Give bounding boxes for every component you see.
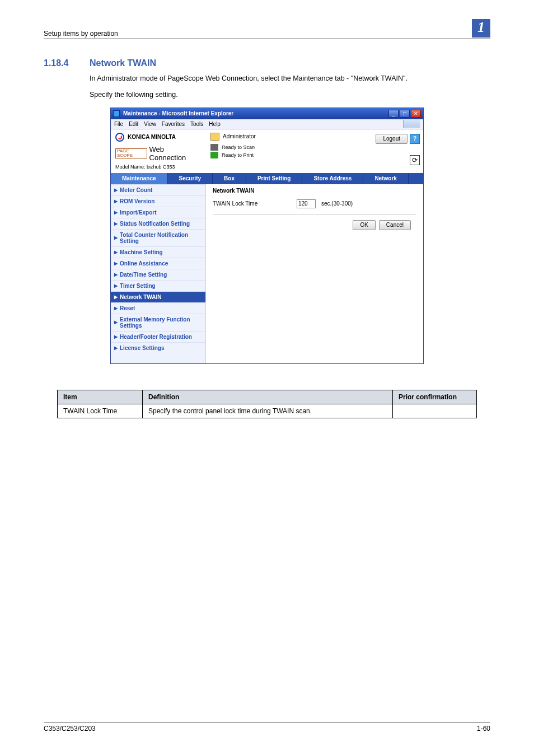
chevron-right-icon: ▶ (114, 188, 118, 193)
chevron-right-icon: ▶ (114, 221, 118, 226)
app-header-actions: Logout ? ⟳ (367, 129, 423, 173)
chevron-right-icon: ▶ (114, 235, 118, 240)
content-divider (213, 214, 416, 214)
tab-maintenance[interactable]: Maintenance (111, 173, 168, 184)
chevron-right-icon: ▶ (114, 334, 118, 339)
chevron-right-icon: ▶ (114, 250, 118, 255)
col-header-item: Item (58, 390, 143, 404)
sidebar-item-online-assistance[interactable]: ▶Online Assistance (111, 258, 205, 269)
page-footer: C353/C253/C203 1-60 (44, 722, 490, 732)
body-paragraph-2: Specify the following setting. (90, 90, 490, 100)
definition-table: Item Definition Prior confirmation TWAIN… (57, 390, 477, 418)
section-number: 1.18.4 (44, 58, 75, 68)
chevron-right-icon: ▶ (114, 199, 118, 204)
browser-menu-bar: File Edit View Favorites Tools Help (111, 119, 423, 129)
sidebar-item-label: Total Counter Notification Setting (120, 232, 201, 244)
sidebar-item-date-time-setting[interactable]: ▶Date/Time Setting (111, 269, 205, 280)
sidebar-item-label: External Memory Function Settings (120, 316, 201, 329)
sidebar-item-label: Status Notification Setting (120, 221, 190, 227)
twain-lock-time-label: TWAIN Lock Time (213, 200, 291, 207)
running-header: Setup items by operation 1 (44, 19, 490, 39)
maximize-button[interactable]: □ (400, 110, 410, 118)
content-panel: Network TWAIN TWAIN Lock Time sec.(30-30… (206, 184, 423, 363)
menu-favorites[interactable]: Favorites (162, 121, 185, 127)
model-name: Model Name: bizhub C353 (115, 164, 202, 170)
sidebar-item-label: Import/Export (120, 209, 157, 216)
window-title: Maintenance - Microsoft Internet Explore… (123, 110, 388, 116)
chevron-right-icon: ▶ (114, 272, 118, 277)
app-body: ▶Meter Count ▶ROM Version ▶Import/Export… (111, 184, 423, 363)
twain-lock-time-suffix: sec.(30-300) (321, 200, 353, 207)
sidebar-item-rom-version[interactable]: ▶ROM Version (111, 195, 205, 207)
brand-logo-icon (115, 133, 124, 142)
tab-security[interactable]: Security (168, 173, 213, 184)
sidebar-item-meter-count[interactable]: ▶Meter Count (111, 184, 205, 195)
menu-view[interactable]: View (144, 121, 156, 127)
chevron-right-icon: ▶ (114, 306, 118, 311)
cell-definition: Specify the control panel lock time duri… (143, 404, 393, 418)
refresh-button[interactable]: ⟳ (410, 155, 420, 165)
sidebar-item-label: Network TWAIN (120, 294, 161, 300)
tab-store-address[interactable]: Store Address (302, 173, 363, 184)
cancel-button[interactable]: Cancel (379, 220, 411, 230)
chevron-right-icon: ▶ (114, 283, 118, 288)
menu-edit[interactable]: Edit (129, 121, 138, 127)
help-button[interactable]: ? (410, 134, 420, 144)
brand-row: KONICA MINOLTA (115, 133, 202, 142)
status-print-label: Ready to Print (222, 152, 254, 158)
status-print-row: Ready to Print (210, 152, 363, 158)
body-paragraph-1: In Administrator mode of PageScope Web C… (90, 74, 490, 83)
sidebar-item-total-counter-notification[interactable]: ▶Total Counter Notification Setting (111, 229, 205, 246)
section-title-text: Network TWAIN (90, 58, 156, 68)
tab-box[interactable]: Box (213, 173, 246, 184)
sidebar-item-label: License Settings (120, 345, 164, 351)
sidebar-item-reset[interactable]: ▶Reset (111, 302, 205, 314)
page-scope-badge: PAGE SCOPE (115, 148, 147, 158)
menu-file[interactable]: File (114, 121, 123, 127)
sidebar-item-license-settings[interactable]: ▶License Settings (111, 342, 205, 353)
col-header-definition: Definition (143, 390, 393, 404)
sidebar-item-network-twain[interactable]: ▶Network TWAIN (111, 291, 205, 302)
col-header-prior: Prior confirmation (393, 390, 477, 404)
sidebar-item-label: Online Assistance (120, 260, 168, 267)
footer-left: C353/C253/C203 (44, 725, 96, 732)
tab-network[interactable]: Network (363, 173, 408, 184)
sidebar-item-timer-setting[interactable]: ▶Timer Setting (111, 280, 205, 291)
minimize-button[interactable]: _ (388, 110, 399, 118)
printer-icon (210, 152, 218, 158)
sidebar-item-status-notification[interactable]: ▶Status Notification Setting (111, 218, 205, 229)
sidebar-item-label: ROM Version (120, 198, 154, 204)
sidebar-item-label: Header/Footer Registration (120, 334, 192, 340)
sidebar-item-import-export[interactable]: ▶Import/Export (111, 207, 205, 218)
sidebar-item-label: Date/Time Setting (120, 272, 167, 278)
table-header-row: Item Definition Prior confirmation (58, 390, 477, 404)
ok-button[interactable]: OK (353, 220, 375, 230)
menu-tools[interactable]: Tools (190, 121, 203, 127)
sidebar-item-label: Meter Count (120, 187, 152, 193)
logout-button[interactable]: Logout (376, 134, 407, 144)
twain-lock-time-row: TWAIN Lock Time sec.(30-300) (213, 199, 416, 208)
footer-right: 1-60 (477, 725, 490, 732)
administrator-icon (210, 133, 219, 141)
sidebar-item-label: Machine Setting (120, 249, 163, 255)
status-scan-row: Ready to Scan (210, 144, 363, 151)
section-heading: 1.18.4 Network TWAIN (44, 58, 490, 68)
app-header-brand-block: KONICA MINOLTA PAGE SCOPE Web Connection… (111, 129, 206, 173)
scanner-icon (210, 144, 218, 151)
window-titlebar: Maintenance - Microsoft Internet Explore… (111, 108, 423, 119)
tab-print-setting[interactable]: Print Setting (246, 173, 302, 184)
sidebar-item-machine-setting[interactable]: ▶Machine Setting (111, 246, 205, 258)
browser-window: Maintenance - Microsoft Internet Explore… (110, 108, 424, 364)
ie-logo-icon (403, 120, 420, 128)
menu-help[interactable]: Help (209, 121, 221, 127)
logout-row: Logout ? (376, 134, 420, 144)
sidebar-item-external-memory-function[interactable]: ▶External Memory Function Settings (111, 314, 205, 331)
status-scan-label: Ready to Scan (222, 144, 255, 150)
close-button[interactable]: ✕ (411, 110, 421, 118)
sidebar-item-header-footer-registration[interactable]: ▶Header/Footer Registration (111, 331, 205, 342)
sidebar: ▶Meter Count ▶ROM Version ▶Import/Export… (111, 184, 206, 363)
chapter-number-badge: 1 (472, 19, 490, 38)
chevron-right-icon: ▶ (114, 210, 118, 215)
chevron-right-icon: ▶ (114, 295, 118, 300)
twain-lock-time-input[interactable] (297, 199, 316, 208)
